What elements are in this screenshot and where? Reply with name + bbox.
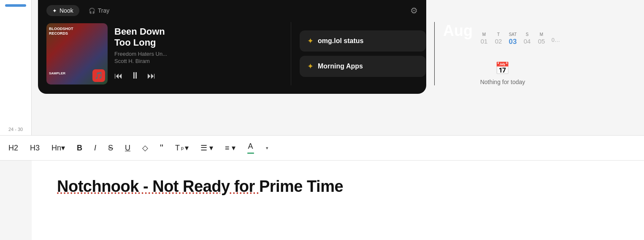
music-app-icon: 🎵 [92, 69, 105, 82]
sidebar-date-range: 24 - 30 [8, 127, 23, 135]
shortcut-morning-apps[interactable]: ✦ Morning Apps [300, 56, 426, 77]
hn-button[interactable]: Hn▾ [51, 143, 65, 153]
cal-day-mon2: M 05 [535, 32, 548, 45]
text-color-button[interactable]: A [247, 142, 254, 154]
tab-tray-label: Tray [98, 7, 109, 14]
track-album: Freedom Haters Un... [114, 51, 282, 57]
album-art: BLOODSHOT RECORDS SAMPLER 🎵 [46, 23, 108, 85]
calendar-days-row: M 01 T 02 SAT 03 S 04 [478, 32, 562, 46]
notch-main: BLOODSHOT RECORDS SAMPLER 🎵 Been Down To… [46, 22, 418, 85]
player-controls: ⏮ ⏸ ⏭ [114, 70, 282, 81]
sidebar-progress-bar [5, 4, 26, 7]
pause-button[interactable]: ⏸ [130, 70, 140, 81]
track-title: Been Down Too Long [114, 26, 282, 49]
prev-button[interactable]: ⏮ [114, 71, 123, 81]
notch-tabs: ✦ Nook 🎧 Tray [46, 5, 115, 16]
nook-icon: ✦ [52, 8, 57, 14]
strikethrough-button[interactable]: S [108, 144, 113, 153]
underline-button[interactable]: U [125, 144, 130, 153]
tab-nook[interactable]: ✦ Nook [46, 5, 79, 16]
formatting-toolbar: H2 H3 Hn▾ B I S U ◇ " Tp ▾ ☰ ▾ ≡ ▾ A ▾ [0, 135, 644, 161]
superscript-button[interactable]: Tp ▾ [175, 143, 189, 153]
tab-tray[interactable]: 🎧 Tray [83, 5, 115, 16]
italic-button[interactable]: I [94, 144, 96, 153]
sidebar: 24 - 30 [0, 0, 32, 135]
track-artist: Scott H. Biram [114, 58, 282, 64]
cal-day-extra: 0… [549, 36, 562, 43]
calendar-header: Aug M 01 T 02 SAT 03 S [443, 22, 562, 53]
shortcut-label-2: Morning Apps [318, 63, 363, 70]
shortcut-star-icon-2: ✦ [307, 62, 314, 71]
h2-button[interactable]: H2 [8, 144, 18, 153]
tab-nook-label: Nook [60, 7, 73, 14]
bold-button[interactable]: B [77, 144, 82, 153]
cal-day-sat-label: SAT 03 [506, 32, 519, 46]
highlight-button[interactable]: ◇ [142, 143, 148, 153]
calendar-month: Aug [443, 22, 473, 40]
text-color-swatch [247, 153, 254, 154]
settings-icon[interactable]: ⚙ [410, 5, 418, 16]
editor-title-part2: Prime Time [259, 177, 343, 195]
notch-topbar: ✦ Nook 🎧 Tray ⚙ [46, 5, 418, 16]
tray-icon: 🎧 [89, 8, 95, 14]
editor-title-underlined-word: Notchnook - Not Ready for [57, 177, 259, 195]
editor-title: Notchnook - Not Ready for Prime Time [57, 177, 619, 196]
shortcut-star-icon-1: ✦ [307, 36, 314, 46]
album-art-sampler: SAMPLER [49, 71, 65, 75]
shortcut-omg-status[interactable]: ✦ omg.lol status [300, 30, 426, 52]
calendar-empty-state: 📅 Nothing for today [443, 61, 562, 85]
cal-day-sun: S 04 [521, 32, 533, 45]
list-button[interactable]: ☰ ▾ [200, 143, 213, 153]
quote-button[interactable]: " [160, 142, 163, 153]
calendar-section: Aug M 01 T 02 SAT 03 S [435, 22, 571, 85]
cal-day-mon: M 01 [478, 32, 490, 45]
track-info: Been Down Too Long Freedom Haters Un... … [114, 26, 282, 82]
notch-popup: ✦ Nook 🎧 Tray ⚙ BLOODSHOT RECORDS SAMPLE… [38, 0, 426, 94]
shortcuts-section: ✦ omg.lol status ✦ Morning Apps [291, 22, 435, 85]
text-color-arrow[interactable]: ▾ [266, 145, 268, 151]
music-player: BLOODSHOT RECORDS SAMPLER 🎵 Been Down To… [46, 22, 291, 85]
album-art-label: BLOODSHOT RECORDS [49, 27, 73, 36]
h3-button[interactable]: H3 [30, 144, 40, 153]
cal-day-tue: T 02 [492, 32, 505, 45]
next-button[interactable]: ⏭ [147, 71, 156, 81]
calendar-empty-icon: 📅 [495, 61, 510, 75]
align-button[interactable]: ≡ ▾ [225, 143, 235, 153]
calendar-empty-text: Nothing for today [480, 79, 525, 85]
shortcut-label-1: omg.lol status [318, 37, 363, 45]
editor-content: Notchnook - Not Ready for Prime Time [32, 161, 644, 240]
